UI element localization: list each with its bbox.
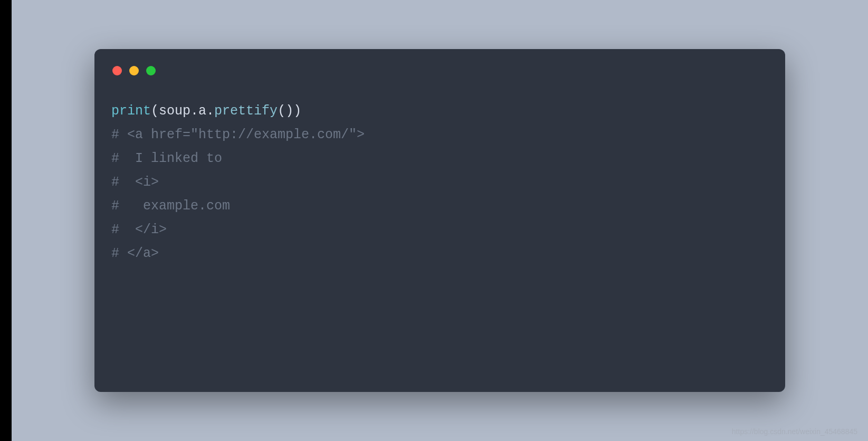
close-icon[interactable] [112, 66, 122, 75]
window-controls [112, 66, 768, 75]
minimize-icon[interactable] [129, 66, 139, 75]
code-token-function: print [111, 103, 151, 119]
code-token-punct: . [190, 103, 198, 119]
code-comment: # <i> [111, 175, 159, 190]
code-comment: # </i> [111, 222, 167, 237]
code-block: print(soup.a.prettify()) # <a href="http… [111, 99, 768, 265]
code-token-method: prettify [214, 103, 278, 119]
main-background: print(soup.a.prettify()) # <a href="http… [12, 0, 868, 441]
code-token-punct: () [278, 103, 293, 119]
code-token-object: soup [159, 103, 190, 119]
code-token-punct: . [206, 103, 214, 119]
maximize-icon[interactable] [146, 66, 156, 75]
code-comment: # <a href="http://example.com/"> [111, 127, 365, 142]
code-comment: # example.com [111, 198, 230, 214]
code-comment: # I linked to [111, 151, 222, 166]
code-window: print(soup.a.prettify()) # <a href="http… [94, 49, 785, 392]
code-comment: # </a> [111, 246, 159, 261]
code-token-punct: ( [151, 103, 159, 119]
watermark-text: https://blog.csdn.net/weixin_45468845 [732, 427, 857, 436]
code-token-attr: a [198, 103, 206, 119]
left-black-bar [0, 0, 12, 441]
code-token-punct: ) [293, 103, 301, 119]
